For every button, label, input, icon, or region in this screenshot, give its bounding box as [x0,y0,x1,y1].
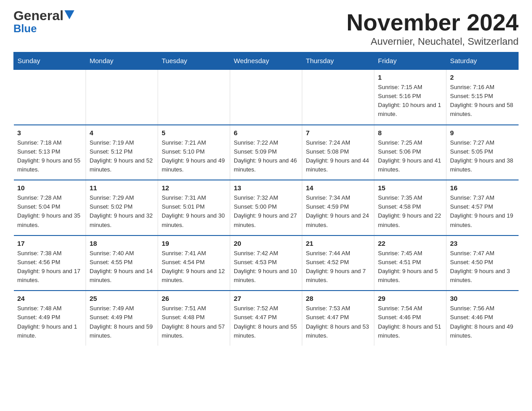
day-number: 18 [90,240,154,247]
day-number: 23 [450,240,515,247]
day-info: Sunrise: 7:24 AMSunset: 5:08 PMDaylight:… [306,138,370,175]
calendar-cell [302,69,374,125]
day-info: Sunrise: 7:28 AMSunset: 5:04 PMDaylight:… [17,193,82,230]
day-info: Sunrise: 7:56 AMSunset: 4:46 PMDaylight:… [450,304,515,340]
day-info: Sunrise: 7:53 AMSunset: 4:47 PMDaylight:… [306,304,370,340]
day-number: 13 [234,184,298,192]
day-number: 10 [17,184,82,192]
calendar-cell: 11Sunrise: 7:29 AMSunset: 5:02 PMDayligh… [86,180,158,235]
calendar-cell: 1Sunrise: 7:15 AMSunset: 5:16 PMDaylight… [374,69,446,125]
calendar-week-4: 17Sunrise: 7:38 AMSunset: 4:56 PMDayligh… [14,235,519,291]
day-info: Sunrise: 7:44 AMSunset: 4:52 PMDaylight:… [306,249,370,285]
day-info: Sunrise: 7:16 AMSunset: 5:15 PMDaylight:… [450,83,515,119]
calendar-cell: 9Sunrise: 7:27 AMSunset: 5:05 PMDaylight… [446,125,519,180]
day-info: Sunrise: 7:27 AMSunset: 5:05 PMDaylight:… [450,138,515,175]
day-number: 8 [378,129,442,137]
calendar-cell: 24Sunrise: 7:48 AMSunset: 4:49 PMDayligh… [14,291,86,346]
day-number: 11 [90,184,154,192]
logo-name-general: General [13,9,64,22]
day-number: 6 [234,129,298,137]
day-number: 2 [450,73,515,81]
calendar-week-3: 10Sunrise: 7:28 AMSunset: 5:04 PMDayligh… [14,180,519,235]
calendar-cell: 10Sunrise: 7:28 AMSunset: 5:04 PMDayligh… [14,180,86,235]
page-header: General Blue November 2024 Auvernier, Ne… [13,9,519,47]
day-info: Sunrise: 7:34 AMSunset: 4:59 PMDaylight:… [306,193,370,230]
calendar-cell: 15Sunrise: 7:35 AMSunset: 4:58 PMDayligh… [374,180,446,235]
day-info: Sunrise: 7:38 AMSunset: 4:56 PMDaylight:… [17,249,82,285]
day-number: 4 [90,129,154,137]
day-number: 24 [17,295,82,302]
day-number: 25 [90,295,154,302]
day-number: 28 [306,295,370,302]
day-info: Sunrise: 7:47 AMSunset: 4:50 PMDaylight:… [450,249,515,285]
logo: General Blue [13,9,74,35]
day-number: 9 [450,129,515,137]
calendar-cell: 25Sunrise: 7:49 AMSunset: 4:49 PMDayligh… [86,291,158,346]
day-number: 27 [234,295,298,302]
calendar-cell: 18Sunrise: 7:40 AMSunset: 4:55 PMDayligh… [86,235,158,291]
day-number: 20 [234,240,298,247]
calendar-week-2: 3Sunrise: 7:18 AMSunset: 5:13 PMDaylight… [14,125,519,180]
calendar-cell [14,69,86,125]
day-info: Sunrise: 7:48 AMSunset: 4:49 PMDaylight:… [17,304,82,340]
day-number: 19 [162,240,226,247]
day-info: Sunrise: 7:41 AMSunset: 4:54 PMDaylight:… [162,249,226,285]
day-info: Sunrise: 7:37 AMSunset: 4:57 PMDaylight:… [450,193,515,230]
day-number: 14 [306,184,370,192]
calendar-cell: 5Sunrise: 7:21 AMSunset: 5:10 PMDaylight… [158,125,230,180]
day-number: 12 [162,184,226,192]
day-number: 22 [378,240,442,247]
calendar-cell: 30Sunrise: 7:56 AMSunset: 4:46 PMDayligh… [446,291,519,346]
day-info: Sunrise: 7:15 AMSunset: 5:16 PMDaylight:… [378,83,442,119]
calendar-week-5: 24Sunrise: 7:48 AMSunset: 4:49 PMDayligh… [14,291,519,346]
calendar-cell: 2Sunrise: 7:16 AMSunset: 5:15 PMDaylight… [446,69,519,125]
day-info: Sunrise: 7:19 AMSunset: 5:12 PMDaylight:… [90,138,154,175]
calendar-cell: 4Sunrise: 7:19 AMSunset: 5:12 PMDaylight… [86,125,158,180]
day-number: 1 [378,73,442,81]
day-info: Sunrise: 7:54 AMSunset: 4:46 PMDaylight:… [378,304,442,340]
logo-arrow-icon [64,10,74,21]
day-info: Sunrise: 7:42 AMSunset: 4:53 PMDaylight:… [234,249,298,285]
day-info: Sunrise: 7:51 AMSunset: 4:48 PMDaylight:… [162,304,226,340]
calendar-cell: 22Sunrise: 7:45 AMSunset: 4:51 PMDayligh… [374,235,446,291]
calendar-table: SundayMondayTuesdayWednesdayThursdayFrid… [13,52,519,346]
calendar-cell: 7Sunrise: 7:24 AMSunset: 5:08 PMDaylight… [302,125,374,180]
day-number: 21 [306,240,370,247]
calendar-cell: 20Sunrise: 7:42 AMSunset: 4:53 PMDayligh… [230,235,302,291]
day-info: Sunrise: 7:40 AMSunset: 4:55 PMDaylight:… [90,249,154,285]
day-number: 7 [306,129,370,137]
calendar-cell: 6Sunrise: 7:22 AMSunset: 5:09 PMDaylight… [230,125,302,180]
calendar-cell: 26Sunrise: 7:51 AMSunset: 4:48 PMDayligh… [158,291,230,346]
calendar-cell: 17Sunrise: 7:38 AMSunset: 4:56 PMDayligh… [14,235,86,291]
day-info: Sunrise: 7:45 AMSunset: 4:51 PMDaylight:… [378,249,442,285]
day-info: Sunrise: 7:31 AMSunset: 5:01 PMDaylight:… [162,193,226,230]
calendar-header-row: SundayMondayTuesdayWednesdayThursdayFrid… [14,52,519,70]
weekday-header-monday: Monday [86,52,158,70]
calendar-cell: 23Sunrise: 7:47 AMSunset: 4:50 PMDayligh… [446,235,519,291]
svg-marker-0 [64,10,74,19]
day-info: Sunrise: 7:32 AMSunset: 5:00 PMDaylight:… [234,193,298,230]
day-number: 16 [450,184,515,192]
title-section: November 2024 Auvernier, Neuchatel, Swit… [347,9,519,47]
calendar-cell: 13Sunrise: 7:32 AMSunset: 5:00 PMDayligh… [230,180,302,235]
calendar-cell [158,69,230,125]
day-info: Sunrise: 7:29 AMSunset: 5:02 PMDaylight:… [90,193,154,230]
calendar-cell: 12Sunrise: 7:31 AMSunset: 5:01 PMDayligh… [158,180,230,235]
day-info: Sunrise: 7:18 AMSunset: 5:13 PMDaylight:… [17,138,82,175]
month-title: November 2024 [347,9,519,36]
day-number: 3 [17,129,82,137]
weekday-header-saturday: Saturday [446,52,519,70]
day-number: 30 [450,295,515,302]
day-number: 26 [162,295,226,302]
day-info: Sunrise: 7:21 AMSunset: 5:10 PMDaylight:… [162,138,226,175]
calendar-cell: 16Sunrise: 7:37 AMSunset: 4:57 PMDayligh… [446,180,519,235]
calendar-cell [86,69,158,125]
weekday-header-sunday: Sunday [14,52,86,70]
day-info: Sunrise: 7:49 AMSunset: 4:49 PMDaylight:… [90,304,154,340]
weekday-header-tuesday: Tuesday [158,52,230,70]
logo-name-blue: Blue [13,22,37,35]
calendar-week-1: 1Sunrise: 7:15 AMSunset: 5:16 PMDaylight… [14,69,519,125]
day-number: 15 [378,184,442,192]
calendar-cell: 19Sunrise: 7:41 AMSunset: 4:54 PMDayligh… [158,235,230,291]
day-info: Sunrise: 7:52 AMSunset: 4:47 PMDaylight:… [234,304,298,340]
